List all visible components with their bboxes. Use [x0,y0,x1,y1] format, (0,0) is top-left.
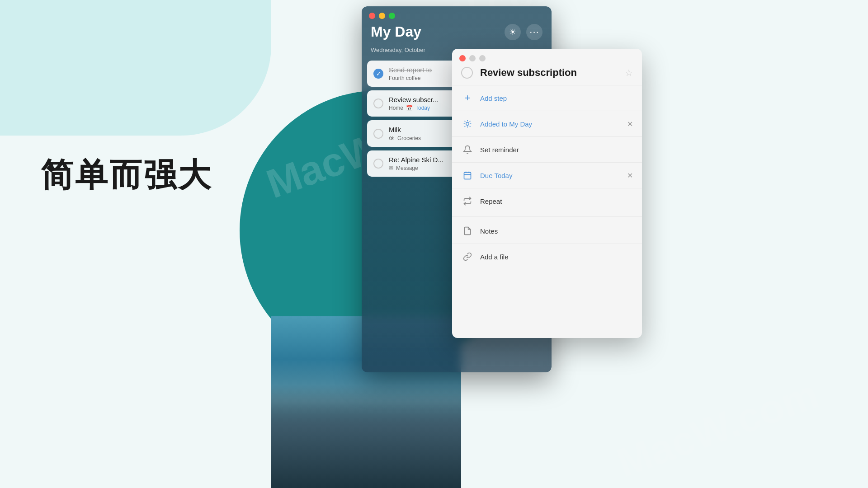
brightness-icon: ☀ [509,27,516,37]
due-today-close[interactable]: ✕ [627,171,633,180]
detail-panel: Review subscription ☆ + Add step Added t… [452,49,642,338]
link-icon [461,250,474,263]
calendar-icon [461,169,474,182]
add-file-label: Add a file [480,253,633,261]
add-step-label: Add step [480,94,633,102]
app-title: My Day [371,23,421,40]
add-step-row[interactable]: + Add step [452,85,642,111]
star-button[interactable]: ☆ [625,67,633,78]
set-reminder-label: Set reminder [480,146,633,154]
add-file-row[interactable]: Add a file [452,244,642,269]
today-badge-2: Today [415,105,430,111]
chinese-heading: 简单而强大 [41,154,212,197]
task-list-label-4: Message [396,165,418,171]
notes-icon [461,225,474,237]
detail-maximize-button[interactable] [479,55,486,61]
detail-minimize-button[interactable] [469,55,476,61]
task-list-label-3: Groceries [397,135,421,141]
traffic-lights [362,6,552,19]
maximize-button[interactable] [389,13,395,19]
task-emoji-3: 🛍 [389,135,395,141]
added-to-myday-row[interactable]: Added to My Day ✕ [452,111,642,137]
repeat-row[interactable]: Repeat [452,188,642,214]
added-to-myday-label: Added to My Day [480,120,621,128]
due-today-label: Due Today [480,172,621,179]
add-step-icon: + [461,92,474,104]
close-button[interactable] [369,13,375,19]
calendar-icon-2: 📅 [406,105,413,111]
watermark-3: MacW.com [611,371,824,487]
detail-traffic-lights [452,49,642,61]
due-today-row[interactable]: Due Today ✕ [452,163,642,188]
detail-task-title: Review subscription [480,67,618,79]
svg-point-0 [466,122,469,126]
svg-line-6 [470,126,471,127]
task-list-label-2: Home [389,105,403,111]
svg-line-8 [465,126,466,127]
task-checkbox-1[interactable]: ✓ [373,69,383,79]
more-icon: ··· [529,26,539,38]
detail-task-checkbox[interactable] [461,67,473,79]
svg-line-5 [465,121,466,122]
bg-light-teal-decoration [0,0,271,136]
detail-close-button[interactable] [459,55,466,61]
header-actions: ☀ ··· [505,24,542,40]
task-meta-text-1: Fourth coffee [389,75,421,81]
task-checkbox-2[interactable] [373,99,383,108]
task-checkbox-4[interactable] [373,159,383,169]
repeat-icon [461,195,474,207]
repeat-label: Repeat [480,197,633,205]
more-icon-btn[interactable]: ··· [526,24,542,40]
set-reminder-row[interactable]: Set reminder [452,137,642,163]
sun-icon [461,117,474,130]
notes-label: Notes [480,227,633,235]
notes-row[interactable]: Notes [452,218,642,244]
brightness-icon-btn[interactable]: ☀ [505,24,521,40]
message-icon-4: ✉ [389,165,393,171]
detail-header: Review subscription ☆ [452,61,642,85]
svg-line-7 [470,121,471,122]
task-checkbox-3[interactable] [373,129,383,139]
bell-icon [461,143,474,156]
divider [452,216,642,216]
minimize-button[interactable] [379,13,385,19]
svg-rect-9 [464,172,471,179]
app-header: My Day ☀ ··· [362,19,552,47]
added-to-myday-close[interactable]: ✕ [627,120,633,128]
